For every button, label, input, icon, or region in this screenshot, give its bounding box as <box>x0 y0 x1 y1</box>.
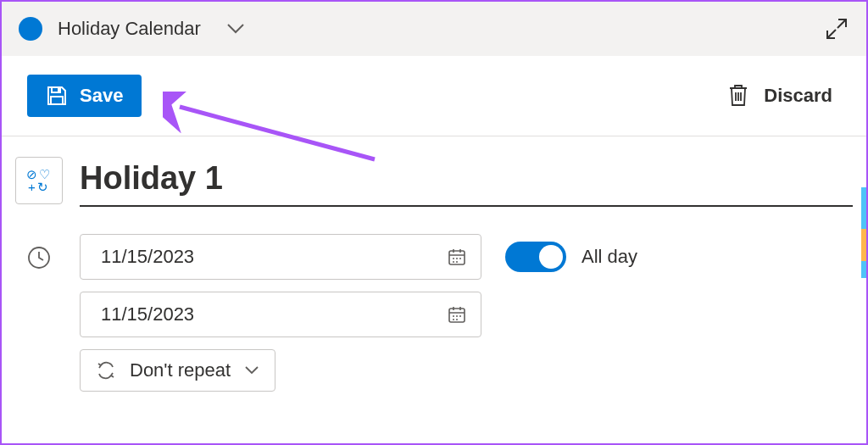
action-toolbar: Save Discard <box>2 56 866 136</box>
all-day-label: All day <box>581 246 637 268</box>
svg-point-10 <box>456 315 458 317</box>
expand-icon <box>824 16 849 42</box>
svg-point-13 <box>456 319 458 320</box>
repeat-dropdown[interactable]: Don't repeat <box>80 349 275 392</box>
calendar-icon <box>447 304 467 325</box>
end-date-input[interactable]: 11/15/2023 <box>80 292 481 337</box>
calendar-color-dot <box>19 17 42 41</box>
discard-button-label: Discard <box>764 85 832 107</box>
svg-point-6 <box>453 261 454 263</box>
event-form: ⊘♡ +↻ 11/15/2023 <box>2 136 866 392</box>
calendar-dropdown[interactable] <box>226 23 245 35</box>
expand-button[interactable] <box>824 16 849 42</box>
toggle-knob <box>539 245 563 269</box>
side-accent <box>861 261 866 278</box>
title-row: ⊘♡ +↻ <box>15 157 853 207</box>
side-accent <box>861 229 866 261</box>
repeat-label: Don't repeat <box>130 359 231 381</box>
save-icon <box>46 85 68 107</box>
svg-point-9 <box>453 315 454 317</box>
calendar-header: Holiday Calendar <box>2 2 866 56</box>
trash-icon <box>726 83 750 108</box>
start-date-value: 11/15/2023 <box>101 246 194 268</box>
side-accent <box>861 187 866 229</box>
start-date-input[interactable]: 11/15/2023 <box>80 234 481 280</box>
svg-point-5 <box>459 258 461 259</box>
calendar-icon <box>447 247 467 267</box>
chevron-down-icon <box>226 23 245 35</box>
emoji-icon-row1: ⊘♡ <box>26 168 52 181</box>
save-button-label: Save <box>80 85 123 107</box>
emoji-picker-button[interactable]: ⊘♡ +↻ <box>15 157 63 204</box>
svg-point-4 <box>456 258 458 259</box>
all-day-toggle[interactable] <box>505 242 566 272</box>
clock-icon <box>27 246 51 270</box>
svg-point-7 <box>456 261 458 263</box>
date-section: 11/15/2023 All day <box>15 234 853 392</box>
emoji-icon-row2: +↻ <box>28 181 50 193</box>
repeat-icon <box>96 360 116 381</box>
discard-button[interactable]: Discard <box>726 83 832 108</box>
svg-rect-0 <box>58 88 59 92</box>
save-button[interactable]: Save <box>27 75 142 117</box>
svg-point-12 <box>453 319 454 320</box>
calendar-name-label: Holiday Calendar <box>58 18 201 40</box>
event-title-input[interactable] <box>80 157 853 207</box>
chevron-down-icon <box>244 365 259 375</box>
svg-point-3 <box>453 258 454 259</box>
svg-point-11 <box>459 315 461 317</box>
end-date-value: 11/15/2023 <box>101 303 194 325</box>
